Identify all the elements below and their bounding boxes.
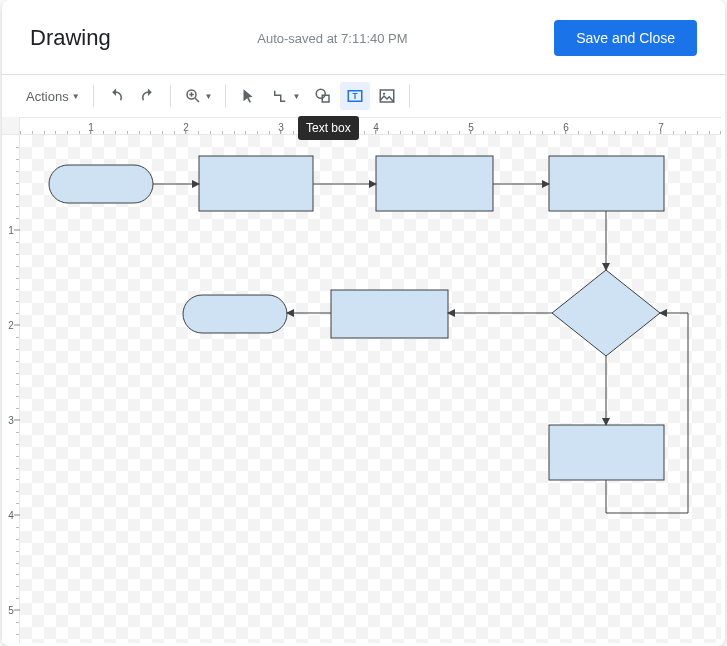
dialog-header: Drawing Auto-saved at 7:11:40 PM Save an…: [2, 0, 725, 75]
ruler-tick: 1: [2, 225, 20, 236]
svg-point-4: [317, 89, 326, 98]
ruler-tick: 5: [2, 605, 20, 616]
ruler-tick: 4: [373, 118, 379, 135]
shape-tool-button[interactable]: [308, 82, 338, 110]
redo-button[interactable]: [133, 82, 163, 110]
zoom-button[interactable]: ▼: [178, 82, 219, 110]
flowchart-rect[interactable]: [549, 156, 664, 211]
chevron-down-icon: ▼: [72, 92, 80, 101]
svg-point-9: [383, 93, 385, 95]
ruler-tick: 3: [2, 415, 20, 426]
ruler-tick: 6: [563, 118, 569, 135]
textbox-tool-button[interactable]: T: [340, 82, 370, 110]
undo-button[interactable]: [101, 82, 131, 110]
ruler-row: 1234567: [2, 117, 725, 135]
cursor-icon: [239, 87, 257, 105]
ruler-tick: 7: [658, 118, 664, 135]
save-and-close-button[interactable]: Save and Close: [554, 20, 697, 56]
toolbar-separator: [170, 85, 171, 107]
chevron-down-icon: ▼: [292, 92, 300, 101]
chevron-down-icon: ▼: [205, 92, 213, 101]
ruler-corner: [2, 117, 20, 135]
svg-rect-5: [323, 95, 330, 102]
flowchart-rect[interactable]: [549, 425, 664, 480]
select-tool-button[interactable]: [233, 82, 263, 110]
svg-line-1: [195, 98, 199, 102]
flowchart-diagram[interactable]: [20, 135, 720, 643]
canvas-area: 12345: [2, 135, 725, 643]
line-icon: [271, 87, 289, 105]
ruler-tick: 4: [2, 510, 20, 521]
textbox-icon: T: [346, 87, 364, 105]
vertical-ruler[interactable]: 12345: [2, 135, 20, 643]
toolbar: Actions ▼ ▼ ▼ T: [2, 75, 725, 117]
flowchart-rect[interactable]: [376, 156, 493, 211]
flowchart-rect[interactable]: [199, 156, 313, 211]
shape-icon: [314, 87, 332, 105]
toolbar-separator: [93, 85, 94, 107]
svg-text:T: T: [353, 92, 358, 101]
ruler-tick: 2: [2, 320, 20, 331]
toolbar-separator: [225, 85, 226, 107]
ruler-tick: 3: [278, 118, 284, 135]
flowchart-diamond[interactable]: [552, 270, 660, 356]
flowchart-rect[interactable]: [331, 290, 448, 338]
dialog-title: Drawing: [30, 25, 111, 51]
line-tool-button[interactable]: ▼: [265, 82, 306, 110]
actions-menu-button[interactable]: Actions ▼: [20, 82, 86, 110]
redo-icon: [139, 87, 157, 105]
zoom-icon: [184, 87, 202, 105]
flowchart-rounded-rect[interactable]: [183, 295, 287, 333]
drawing-dialog: Drawing Auto-saved at 7:11:40 PM Save an…: [2, 0, 725, 646]
horizontal-ruler[interactable]: 1234567: [20, 117, 721, 135]
flowchart-rounded-rect[interactable]: [49, 165, 153, 203]
actions-label: Actions: [26, 89, 69, 104]
ruler-tick: 1: [88, 118, 94, 135]
drawing-canvas[interactable]: [20, 135, 721, 643]
image-tool-button[interactable]: [372, 82, 402, 110]
ruler-tick: 5: [468, 118, 474, 135]
autosave-status: Auto-saved at 7:11:40 PM: [257, 31, 407, 46]
image-icon: [378, 87, 396, 105]
textbox-tooltip: Text box: [298, 116, 359, 140]
ruler-tick: 2: [183, 118, 189, 135]
undo-icon: [107, 87, 125, 105]
toolbar-separator: [409, 85, 410, 107]
